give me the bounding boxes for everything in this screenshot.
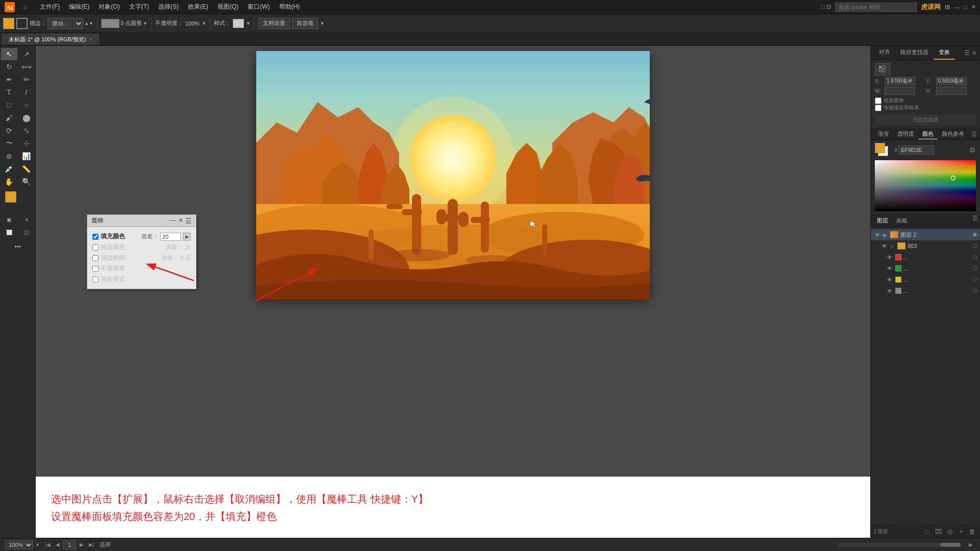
- change-mode-btn[interactable]: ◫: [18, 226, 35, 238]
- y-input[interactable]: [936, 77, 967, 85]
- direct-select-tool-btn[interactable]: ↗: [18, 48, 35, 60]
- panel-close-btn[interactable]: ✕: [178, 217, 183, 225]
- color-reference-tab[interactable]: 颜色参考: [938, 129, 968, 139]
- make-clipping-mask-btn[interactable]: ⌧: [934, 527, 943, 536]
- measure-tool-btn[interactable]: 📏: [18, 163, 35, 175]
- color-hex-input[interactable]: [898, 145, 934, 155]
- right-panel-close-icon[interactable]: ✕: [972, 49, 977, 57]
- pathfinder-tab[interactable]: 路径查找器: [895, 46, 934, 60]
- transform-grid-icon[interactable]: [875, 63, 890, 76]
- layer-dot-layer2[interactable]: [973, 233, 977, 237]
- layers-panel-menu-icon[interactable]: ☰: [972, 215, 978, 227]
- panel-minimize-btn[interactable]: —: [170, 217, 176, 225]
- home-icon[interactable]: ⌂: [19, 2, 31, 13]
- layer-item-yellow[interactable]: 👁 ...: [871, 274, 980, 285]
- h-scrollbar-thumb[interactable]: [940, 543, 961, 547]
- scale-corners-checkbox[interactable]: [875, 97, 881, 104]
- layer-dot-gray[interactable]: [973, 289, 977, 293]
- find-object-btn[interactable]: ◎: [945, 527, 954, 536]
- layer-eye-green[interactable]: 👁: [886, 265, 893, 272]
- symbol-tool-btn[interactable]: ⊛: [1, 150, 17, 162]
- none-swatch-btn[interactable]: ✕: [18, 213, 35, 226]
- menu-edit[interactable]: 编辑(E): [65, 2, 93, 12]
- rect-tool-btn[interactable]: □: [1, 99, 17, 111]
- new-layer-btn[interactable]: +: [957, 527, 966, 536]
- search-input[interactable]: [835, 3, 917, 12]
- zoom-select[interactable]: 100%: [5, 540, 33, 549]
- layer-eye-layer2[interactable]: 👁: [874, 231, 881, 238]
- first-page-btn[interactable]: |◀: [44, 541, 52, 549]
- h-input[interactable]: [936, 87, 967, 95]
- last-page-btn[interactable]: ▶|: [87, 541, 95, 549]
- fill-color-checkbox[interactable]: [92, 234, 99, 240]
- more-tools-btn[interactable]: •••: [10, 241, 26, 253]
- fill-swatch[interactable]: [3, 18, 14, 29]
- menu-object[interactable]: 对象(O): [94, 2, 124, 12]
- menu-file[interactable]: 文件(F): [36, 2, 64, 12]
- text-tool-btn[interactable]: T: [1, 86, 17, 98]
- blend-mode-checkbox[interactable]: [92, 277, 99, 283]
- window-close-btn[interactable]: ✕: [971, 4, 976, 10]
- stroke-weight-checkbox[interactable]: [92, 255, 99, 261]
- gradient-tab[interactable]: 渐变: [874, 129, 893, 139]
- view-screen-btn[interactable]: ⬜: [1, 226, 17, 238]
- gradient-swatch-btn[interactable]: ▣: [1, 213, 17, 226]
- layers-tab-layers[interactable]: 图层: [873, 215, 892, 227]
- page-input[interactable]: [63, 540, 76, 549]
- rotate2-tool-btn[interactable]: ⟳: [1, 124, 17, 137]
- layer-item-gray[interactable]: 👁 ...: [871, 285, 980, 296]
- fg-color-swatch[interactable]: [5, 191, 16, 203]
- free-transform-btn[interactable]: ⊹: [18, 137, 35, 149]
- w-input[interactable]: [885, 87, 915, 95]
- delete-layer-btn[interactable]: 🗑: [968, 527, 977, 536]
- window-max-btn[interactable]: □: [964, 4, 967, 10]
- layer-item-layer2[interactable]: 👁 ▶ 图层 2: [871, 229, 980, 240]
- zoom-tool-btn[interactable]: 🔍: [18, 176, 35, 188]
- menu-help[interactable]: 帮助(H): [275, 2, 304, 12]
- stroke-color-checkbox[interactable]: [92, 244, 99, 251]
- blob-brush-tool-btn[interactable]: ⬤: [18, 112, 35, 124]
- rotate-tool-btn[interactable]: ↻: [1, 61, 17, 73]
- color-panel-menu-icon[interactable]: ☰: [971, 131, 977, 138]
- fg-swatch-display[interactable]: [875, 143, 885, 153]
- menu-select[interactable]: 选择(S): [154, 2, 183, 12]
- layer-eye-yellow[interactable]: 👁: [886, 276, 893, 283]
- wand-mode-select[interactable]: 摆动：: [47, 18, 83, 29]
- color-settings-icon[interactable]: ⚙: [969, 146, 976, 154]
- menu-window[interactable]: 窗口(W): [243, 2, 274, 12]
- pen-tool-btn[interactable]: ✒: [1, 73, 17, 86]
- pencil-tool-btn[interactable]: ✏: [18, 73, 35, 86]
- x-input[interactable]: [885, 77, 915, 85]
- layer-item-red[interactable]: 👁 ...: [871, 252, 980, 263]
- document-tab[interactable]: 未标题-1* @ 100% (RGB/预览) ×: [2, 34, 99, 45]
- next-page-btn[interactable]: ▶: [78, 541, 86, 549]
- chart-tool-btn[interactable]: 📊: [18, 150, 35, 162]
- preferences-btn[interactable]: 首选项: [292, 18, 318, 29]
- layer-eye-003[interactable]: 👁: [881, 242, 888, 249]
- brush-tool-btn[interactable]: 🖌: [1, 112, 17, 124]
- color-tab[interactable]: 颜色: [918, 129, 938, 139]
- ellipse-tool-btn[interactable]: ○: [18, 99, 35, 111]
- scale-tool-btn[interactable]: ⤡: [18, 124, 35, 137]
- layer-dot-003[interactable]: [973, 244, 977, 248]
- layer-expand-layer2[interactable]: ▶: [883, 232, 888, 237]
- right-panel-menu-icon[interactable]: ☰: [964, 49, 970, 57]
- line-tool-btn[interactable]: /: [18, 86, 35, 98]
- stroke-swatch[interactable]: [16, 18, 28, 29]
- artwork-canvas[interactable]: [256, 51, 650, 299]
- align-tab[interactable]: 对齐: [874, 46, 895, 60]
- eyedropper-tool-btn[interactable]: 💉: [1, 163, 17, 175]
- color-spectrum[interactable]: [875, 160, 976, 211]
- panel-menu-icon[interactable]: ☰: [185, 217, 192, 225]
- canvas-scroll-area[interactable]: 魔棒 — ✕ ☰ 填充颜色 容差： ▶: [36, 46, 870, 477]
- layer-dot-yellow[interactable]: [973, 278, 977, 282]
- transparency-tab[interactable]: 透明度: [893, 129, 918, 139]
- prev-page-btn[interactable]: ◀: [54, 541, 62, 549]
- layer-dot-green[interactable]: [973, 266, 977, 270]
- scale-stroke-checkbox[interactable]: [875, 105, 881, 111]
- window-min-btn[interactable]: —: [954, 4, 960, 10]
- opacity-checkbox[interactable]: [92, 266, 99, 272]
- doc-settings-btn[interactable]: 文档设置: [258, 18, 290, 29]
- reflect-tool-btn[interactable]: ⟺: [18, 61, 35, 73]
- menu-view[interactable]: 视图(Q): [213, 2, 242, 12]
